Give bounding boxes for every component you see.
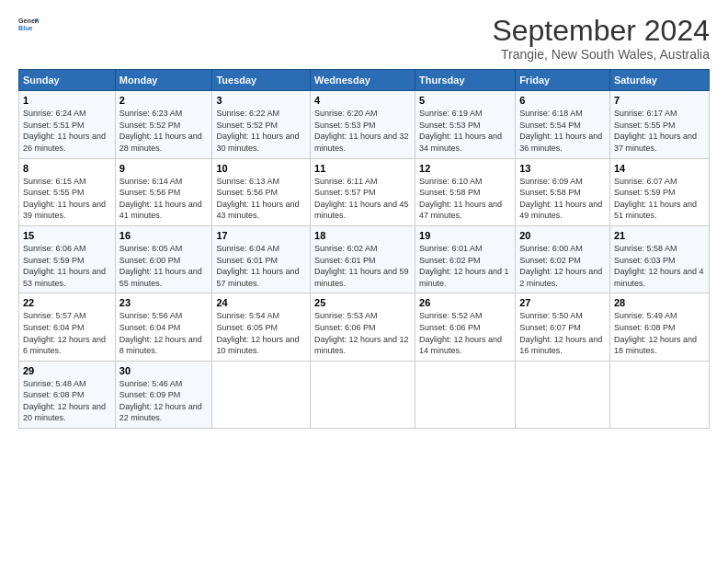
calendar-cell: 30 Sunrise: 5:46 AMSunset: 6:09 PMDaylig…: [115, 361, 212, 428]
day-info: Sunrise: 5:50 AMSunset: 6:07 PMDaylight:…: [519, 311, 602, 355]
calendar-cell: [516, 361, 610, 428]
day-number: 17: [216, 230, 306, 241]
day-info: Sunrise: 6:05 AMSunset: 6:00 PMDaylight:…: [119, 244, 202, 288]
header-monday: Monday: [115, 70, 212, 91]
day-info: Sunrise: 5:46 AMSunset: 6:09 PMDaylight:…: [119, 379, 202, 423]
day-number: 9: [119, 163, 209, 174]
calendar-cell: [311, 361, 415, 428]
calendar-cell: 14 Sunrise: 6:07 AMSunset: 5:59 PMDaylig…: [609, 158, 709, 225]
calendar-cell: 28 Sunrise: 5:49 AMSunset: 6:08 PMDaylig…: [609, 293, 709, 361]
day-number: 20: [519, 230, 606, 241]
calendar-cell: 29 Sunrise: 5:48 AMSunset: 6:08 PMDaylig…: [19, 361, 116, 428]
day-info: Sunrise: 6:18 AMSunset: 5:54 PMDaylight:…: [519, 109, 602, 153]
day-number: 1: [23, 95, 111, 106]
day-number: 18: [314, 230, 411, 241]
day-info: Sunrise: 6:07 AMSunset: 5:59 PMDaylight:…: [614, 177, 697, 221]
week-row-3: 15 Sunrise: 6:06 AMSunset: 5:59 PMDaylig…: [19, 225, 710, 293]
day-number: 26: [419, 297, 511, 308]
calendar-cell: 16 Sunrise: 6:05 AMSunset: 6:00 PMDaylig…: [115, 225, 212, 293]
calendar-cell: 25 Sunrise: 5:53 AMSunset: 6:06 PMDaylig…: [311, 293, 415, 361]
logo-icon: General Blue: [18, 15, 39, 35]
day-info: Sunrise: 6:23 AMSunset: 5:52 PMDaylight:…: [119, 109, 202, 153]
calendar-cell: 5 Sunrise: 6:19 AMSunset: 5:53 PMDayligh…: [415, 91, 516, 158]
calendar-cell: 12 Sunrise: 6:10 AMSunset: 5:58 PMDaylig…: [415, 158, 516, 225]
calendar-cell: 9 Sunrise: 6:14 AMSunset: 5:56 PMDayligh…: [115, 158, 212, 225]
day-number: 21: [614, 230, 705, 241]
day-info: Sunrise: 6:04 AMSunset: 6:01 PMDaylight:…: [216, 244, 299, 288]
day-number: 13: [519, 163, 606, 174]
page-title: September 2024: [492, 15, 710, 47]
day-number: 6: [519, 95, 606, 106]
calendar-cell: 1 Sunrise: 6:24 AMSunset: 5:51 PMDayligh…: [19, 91, 116, 158]
calendar-cell: 6 Sunrise: 6:18 AMSunset: 5:54 PMDayligh…: [516, 91, 610, 158]
calendar-cell: 20 Sunrise: 6:00 AMSunset: 6:02 PMDaylig…: [516, 225, 610, 293]
day-number: 7: [614, 95, 705, 106]
day-number: 5: [419, 95, 511, 106]
calendar-table: Sunday Monday Tuesday Wednesday Thursday…: [18, 69, 710, 429]
day-number: 14: [614, 163, 705, 174]
header-sunday: Sunday: [19, 70, 116, 91]
calendar-cell: 18 Sunrise: 6:02 AMSunset: 6:01 PMDaylig…: [311, 225, 415, 293]
calendar-cell: 8 Sunrise: 6:15 AMSunset: 5:55 PMDayligh…: [19, 158, 116, 225]
calendar-cell: 19 Sunrise: 6:01 AMSunset: 6:02 PMDaylig…: [415, 225, 516, 293]
week-row-5: 29 Sunrise: 5:48 AMSunset: 6:08 PMDaylig…: [19, 361, 710, 428]
day-info: Sunrise: 5:58 AMSunset: 6:03 PMDaylight:…: [614, 244, 704, 288]
day-number: 30: [119, 365, 209, 376]
calendar-cell: 4 Sunrise: 6:20 AMSunset: 5:53 PMDayligh…: [311, 91, 415, 158]
calendar-cell: 10 Sunrise: 6:13 AMSunset: 5:56 PMDaylig…: [212, 158, 311, 225]
day-number: 4: [314, 95, 411, 106]
day-number: 16: [119, 230, 209, 241]
day-info: Sunrise: 5:57 AMSunset: 6:04 PMDaylight:…: [23, 311, 106, 355]
day-info: Sunrise: 6:14 AMSunset: 5:56 PMDaylight:…: [119, 177, 202, 221]
calendar-cell: 7 Sunrise: 6:17 AMSunset: 5:55 PMDayligh…: [609, 91, 709, 158]
day-info: Sunrise: 6:06 AMSunset: 5:59 PMDaylight:…: [23, 244, 106, 288]
calendar-cell: 23 Sunrise: 5:56 AMSunset: 6:04 PMDaylig…: [115, 293, 212, 361]
header-tuesday: Tuesday: [212, 70, 311, 91]
calendar-cell: [212, 361, 311, 428]
day-number: 8: [23, 163, 111, 174]
week-row-4: 22 Sunrise: 5:57 AMSunset: 6:04 PMDaylig…: [19, 293, 710, 361]
day-info: Sunrise: 6:15 AMSunset: 5:55 PMDaylight:…: [23, 177, 106, 221]
header-wednesday: Wednesday: [311, 70, 415, 91]
day-number: 15: [23, 230, 111, 241]
header: General Blue September 2024 Trangie, New…: [18, 15, 710, 62]
calendar-cell: 15 Sunrise: 6:06 AMSunset: 5:59 PMDaylig…: [19, 225, 116, 293]
day-number: 10: [216, 163, 306, 174]
day-number: 19: [419, 230, 511, 241]
day-info: Sunrise: 6:17 AMSunset: 5:55 PMDaylight:…: [614, 109, 697, 153]
calendar-page: General Blue September 2024 Trangie, New…: [0, 0, 728, 563]
week-row-2: 8 Sunrise: 6:15 AMSunset: 5:55 PMDayligh…: [19, 158, 710, 225]
day-info: Sunrise: 5:49 AMSunset: 6:08 PMDaylight:…: [614, 311, 697, 355]
week-row-1: 1 Sunrise: 6:24 AMSunset: 5:51 PMDayligh…: [19, 91, 710, 158]
day-info: Sunrise: 6:01 AMSunset: 6:02 PMDaylight:…: [419, 244, 509, 288]
day-info: Sunrise: 6:19 AMSunset: 5:53 PMDaylight:…: [419, 109, 502, 153]
day-info: Sunrise: 6:20 AMSunset: 5:53 PMDaylight:…: [314, 109, 409, 153]
day-info: Sunrise: 6:13 AMSunset: 5:56 PMDaylight:…: [216, 177, 299, 221]
day-number: 23: [119, 297, 209, 308]
day-info: Sunrise: 5:53 AMSunset: 6:06 PMDaylight:…: [314, 311, 409, 355]
calendar-cell: 17 Sunrise: 6:04 AMSunset: 6:01 PMDaylig…: [212, 225, 311, 293]
day-info: Sunrise: 6:00 AMSunset: 6:02 PMDaylight:…: [519, 244, 602, 288]
day-number: 24: [216, 297, 306, 308]
day-info: Sunrise: 6:22 AMSunset: 5:52 PMDaylight:…: [216, 109, 299, 153]
calendar-cell: 13 Sunrise: 6:09 AMSunset: 5:58 PMDaylig…: [516, 158, 610, 225]
page-subtitle: Trangie, New South Wales, Australia: [492, 47, 710, 62]
day-number: 22: [23, 297, 111, 308]
day-number: 29: [23, 365, 111, 376]
day-number: 12: [419, 163, 511, 174]
calendar-cell: 2 Sunrise: 6:23 AMSunset: 5:52 PMDayligh…: [115, 91, 212, 158]
day-number: 11: [314, 163, 411, 174]
logo: General Blue: [18, 15, 39, 39]
calendar-cell: [609, 361, 709, 428]
day-info: Sunrise: 5:52 AMSunset: 6:06 PMDaylight:…: [419, 311, 502, 355]
day-number: 27: [519, 297, 606, 308]
calendar-cell: 27 Sunrise: 5:50 AMSunset: 6:07 PMDaylig…: [516, 293, 610, 361]
weekday-header-row: Sunday Monday Tuesday Wednesday Thursday…: [19, 70, 710, 91]
day-info: Sunrise: 6:24 AMSunset: 5:51 PMDaylight:…: [23, 109, 106, 153]
day-info: Sunrise: 5:48 AMSunset: 6:08 PMDaylight:…: [23, 379, 106, 423]
day-info: Sunrise: 5:54 AMSunset: 6:05 PMDaylight:…: [216, 311, 299, 355]
svg-text:Blue: Blue: [18, 25, 33, 32]
calendar-cell: 22 Sunrise: 5:57 AMSunset: 6:04 PMDaylig…: [19, 293, 116, 361]
svg-text:General: General: [18, 17, 39, 25]
calendar-cell: 26 Sunrise: 5:52 AMSunset: 6:06 PMDaylig…: [415, 293, 516, 361]
